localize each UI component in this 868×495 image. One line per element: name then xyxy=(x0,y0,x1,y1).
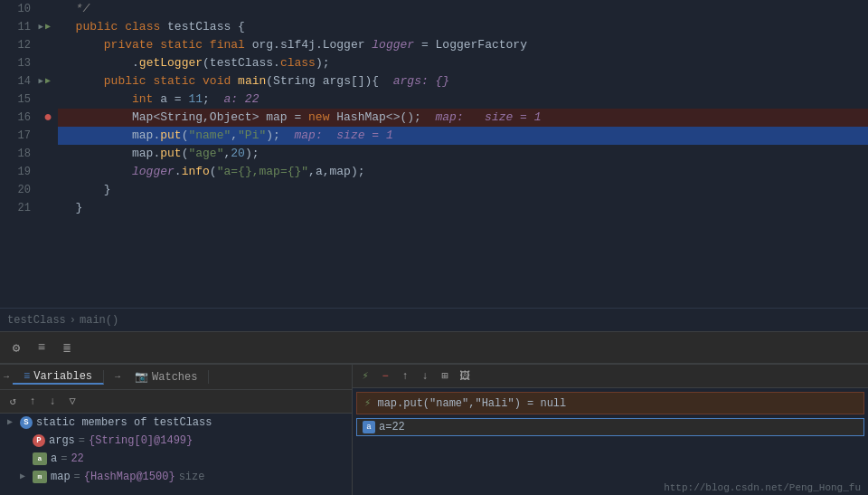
line-num-18: 18 xyxy=(0,145,31,163)
status-bar: http://blog.csdn.net/Peng_Hong_fu xyxy=(656,481,868,495)
watch-tool-up[interactable]: ↑ xyxy=(396,367,414,386)
var-icon-args: P xyxy=(33,434,45,447)
line-num-17: 17 xyxy=(0,127,31,145)
watches-tab-label: Watches xyxy=(152,371,197,384)
code-line-18[interactable]: map.put("age",20); xyxy=(58,145,868,163)
code-line-21[interactable]: } xyxy=(58,199,868,217)
watch-tool-copy[interactable]: ⊞ xyxy=(436,367,454,386)
code-line-19[interactable]: logger.info("a={},map={}",a,map); xyxy=(58,163,868,181)
watch-input[interactable] xyxy=(379,421,858,433)
tab-variables[interactable]: ≡ Variables xyxy=(13,370,104,385)
watch-tool-down[interactable]: ↓ xyxy=(416,367,434,386)
var-item-args[interactable]: P args = {String[0]@1499} xyxy=(0,432,352,450)
var-eq-map: = xyxy=(74,468,80,486)
watch-tool-add[interactable]: ⚡ xyxy=(356,367,374,386)
var-name-static: static members of testClass xyxy=(36,414,212,432)
var-eq-a: = xyxy=(61,450,67,468)
gutter-10 xyxy=(38,0,58,18)
line-num-19: 19 xyxy=(0,163,31,181)
watches-icon: 📷 xyxy=(135,370,148,384)
var-item-map[interactable]: ▶ m map = {HashMap@1500} size xyxy=(0,468,352,486)
tab-arrow-mid: → xyxy=(111,372,124,382)
line-numbers: 10 11 12 13 14 15 16 17 18 19 20 21 xyxy=(0,0,38,308)
editor-area: 10 11 12 13 14 15 16 17 18 19 20 21 ▶ ▶ … xyxy=(0,0,868,308)
gutter-21 xyxy=(38,199,58,217)
var-type-map: size xyxy=(179,468,205,486)
gutter-19 xyxy=(38,163,58,181)
tool-up[interactable]: ↑ xyxy=(24,393,42,411)
gutter-18 xyxy=(38,145,58,163)
gutter-12 xyxy=(38,36,58,54)
code-line-12[interactable]: private static final org.slf4j.Logger lo… xyxy=(58,36,868,54)
code-line-10[interactable]: */ xyxy=(58,0,868,18)
bottom-panels: → ≡ Variables → 📷 Watches ↺ ↑ ↓ ▽ ▶ S s xyxy=(0,364,868,495)
var-icon-a: a xyxy=(33,452,47,465)
watch-tool-img[interactable]: 🖼 xyxy=(456,367,474,386)
gutter-13 xyxy=(38,54,58,72)
tab-arrow-left[interactable]: → xyxy=(0,372,13,382)
var-name-map: map xyxy=(51,468,71,486)
watches-panel: ⚡ − ↑ ↓ ⊞ 🖼 ⚡ map.put("name","Hali") = n… xyxy=(353,365,868,495)
gutter-17 xyxy=(38,127,58,145)
watch-expression: ⚡ map.put("name","Hali") = null xyxy=(356,392,864,414)
vars-icon: ≡ xyxy=(24,370,30,383)
tool-restore[interactable]: ↺ xyxy=(4,393,22,411)
line-num-14: 14 xyxy=(0,72,31,90)
code-line-16[interactable]: Map<String,Object> map = new HashMap<>()… xyxy=(58,109,868,127)
tab-watches[interactable]: 📷 Watches xyxy=(124,370,209,384)
watch-expression-text: map.put("name","Hali") = null xyxy=(377,397,566,410)
toolbar-icon-2[interactable]: ≡ xyxy=(33,338,51,357)
gutter: ▶ ▶ ● xyxy=(38,0,58,308)
tool-down[interactable]: ↓ xyxy=(43,393,61,411)
toolbar-icon-3[interactable]: ≣ xyxy=(58,338,76,357)
watch-tool-remove[interactable]: − xyxy=(376,367,394,386)
gutter-15 xyxy=(38,90,58,109)
var-item-a[interactable]: a a = 22 xyxy=(0,450,352,468)
breadcrumb-method[interactable]: main() xyxy=(80,314,118,327)
watches-toolbar: ⚡ − ↑ ↓ ⊞ 🖼 xyxy=(353,365,868,388)
line-num-12: 12 xyxy=(0,36,31,54)
gutter-16: ● xyxy=(38,109,58,127)
watch-input-icon: a xyxy=(363,421,375,433)
status-url: http://blog.csdn.net/Peng_Hong_fu xyxy=(664,482,861,493)
watch-expression-icon: ⚡ xyxy=(364,397,371,410)
line-num-20: 20 xyxy=(0,181,31,199)
line-num-10: 10 xyxy=(0,0,31,18)
code-lines[interactable]: */ public class testClass { private stat… xyxy=(58,0,868,308)
breakpoint-icon-16[interactable]: ● xyxy=(43,109,52,127)
arrow-icon-14: ▶ xyxy=(45,72,51,90)
code-container: 10 11 12 13 14 15 16 17 18 19 20 21 ▶ ▶ … xyxy=(0,0,868,308)
variables-toolbar: ↺ ↑ ↓ ▽ xyxy=(0,390,352,414)
var-eq-args: = xyxy=(79,432,85,450)
debug-toolbar: ⚙ ≡ ≣ xyxy=(0,331,868,364)
var-value-map: {HashMap@1500} xyxy=(84,468,175,486)
code-line-11[interactable]: public class testClass { xyxy=(58,18,868,36)
line-num-21: 21 xyxy=(0,199,31,217)
var-name-args: args xyxy=(49,432,75,450)
code-line-14[interactable]: public static void main(String args[]){ … xyxy=(58,72,868,90)
var-item-static[interactable]: ▶ S static members of testClass xyxy=(0,414,352,432)
code-line-15[interactable]: int a = 11; a: 22 xyxy=(58,90,868,109)
arrow-icon-11: ▶ xyxy=(45,18,51,36)
variables-tab-label: Variables xyxy=(33,370,92,383)
code-line-20[interactable]: } xyxy=(58,181,868,199)
toolbar-icon-1[interactable]: ⚙ xyxy=(7,338,25,357)
code-line-17[interactable]: map.put("name","Pi"); map: size = 1 xyxy=(58,127,868,145)
line-num-16: 16 xyxy=(0,109,31,127)
breadcrumb-separator: › xyxy=(70,314,76,327)
expand-map: ▶ xyxy=(20,468,33,486)
breadcrumb: testClass › main() xyxy=(0,308,868,331)
watch-input-area[interactable]: a xyxy=(356,418,864,436)
gutter-20 xyxy=(38,181,58,199)
breadcrumb-class[interactable]: testClass xyxy=(7,314,66,327)
code-line-13[interactable]: .getLogger(testClass.class); xyxy=(58,54,868,72)
tool-filter[interactable]: ▽ xyxy=(63,393,81,411)
var-name-a: a xyxy=(51,450,57,468)
var-icon-map: m xyxy=(33,471,47,483)
var-value-args: {String[0]@1499} xyxy=(89,432,193,450)
line-num-11: 11 xyxy=(0,18,31,36)
watches-content[interactable]: ⚡ map.put("name","Hali") = null a xyxy=(353,388,868,495)
line-num-15: 15 xyxy=(0,90,31,109)
variables-panel: → ≡ Variables → 📷 Watches ↺ ↑ ↓ ▽ ▶ S s xyxy=(0,365,353,495)
variables-content[interactable]: ▶ S static members of testClass P args =… xyxy=(0,414,352,495)
